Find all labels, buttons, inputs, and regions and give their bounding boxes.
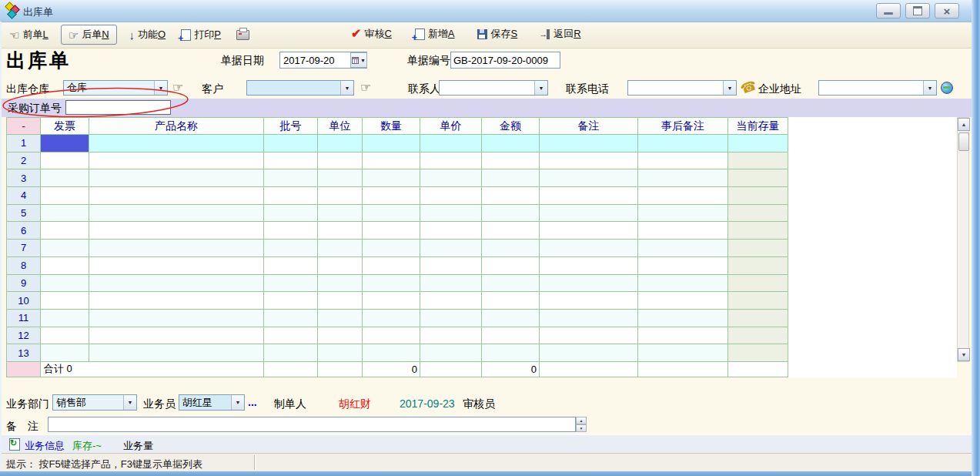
row-number[interactable]: 4 xyxy=(7,187,41,205)
calendar-dropdown-button[interactable]: ▼ xyxy=(350,52,367,68)
table-cell[interactable] xyxy=(540,153,638,170)
row-number[interactable]: 13 xyxy=(7,344,41,362)
chevron-down-icon[interactable]: ▼ xyxy=(534,81,547,95)
table-cell[interactable] xyxy=(89,275,264,293)
restore-button[interactable] xyxy=(905,3,930,18)
table-cell[interactable] xyxy=(638,135,728,153)
table-cell[interactable] xyxy=(318,187,363,205)
table-cell[interactable] xyxy=(89,205,264,223)
table-cell[interactable] xyxy=(728,257,788,275)
chevron-down-icon[interactable]: ▼ xyxy=(923,81,936,95)
print-button[interactable]: 打印P xyxy=(178,25,224,44)
printer-quick-button[interactable] xyxy=(233,28,253,42)
table-cell[interactable] xyxy=(318,310,363,327)
stock-link[interactable]: 库存-~ xyxy=(72,439,102,453)
table-cell[interactable] xyxy=(264,169,318,187)
table-cell[interactable] xyxy=(638,275,728,293)
table-cell[interactable] xyxy=(89,135,264,153)
scroll-up-icon[interactable]: ▲ xyxy=(958,118,970,131)
table-cell[interactable] xyxy=(420,153,482,170)
table-cell[interactable] xyxy=(638,292,728,310)
table-cell[interactable] xyxy=(89,292,264,310)
table-cell[interactable] xyxy=(41,292,89,310)
table-cell[interactable] xyxy=(482,292,540,310)
table-cell[interactable] xyxy=(420,187,482,205)
table-cell[interactable] xyxy=(728,205,788,223)
table-cell[interactable] xyxy=(540,205,638,223)
row-number[interactable]: 5 xyxy=(7,205,41,223)
business-volume-link[interactable]: 业务量 xyxy=(123,439,153,453)
table-cell[interactable] xyxy=(363,310,420,327)
next-doc-button[interactable]: ☞ 后单N xyxy=(61,25,117,45)
table-cell[interactable] xyxy=(89,344,264,362)
table-cell[interactable] xyxy=(264,222,318,240)
prev-doc-button[interactable]: ☜ 前单L xyxy=(6,25,52,44)
table-cell[interactable] xyxy=(89,257,264,275)
table-cell[interactable] xyxy=(420,344,482,362)
table-cell[interactable] xyxy=(728,135,788,153)
table-cell[interactable] xyxy=(264,240,318,257)
table-cell[interactable] xyxy=(41,205,89,223)
table-cell[interactable] xyxy=(363,240,420,257)
table-cell[interactable] xyxy=(41,240,89,257)
table-cell[interactable] xyxy=(482,153,540,170)
chevron-down-icon[interactable]: ▼ xyxy=(123,395,136,410)
table-cell[interactable] xyxy=(41,222,89,240)
table-cell[interactable] xyxy=(728,344,788,362)
table-cell[interactable] xyxy=(363,135,420,153)
table-cell[interactable] xyxy=(318,257,363,275)
customer-select[interactable]: ▼ xyxy=(246,80,354,96)
row-number[interactable]: 7 xyxy=(7,240,41,257)
add-new-button[interactable]: 新增A xyxy=(412,25,458,43)
table-cell[interactable] xyxy=(540,327,638,345)
table-cell[interactable] xyxy=(318,222,363,240)
doc-number-input[interactable] xyxy=(450,52,560,69)
remark-spinner[interactable]: ▲ ▼ xyxy=(576,417,587,432)
table-cell[interactable] xyxy=(638,310,728,327)
table-cell[interactable] xyxy=(638,153,728,170)
table-cell[interactable] xyxy=(540,292,638,310)
table-cell[interactable] xyxy=(264,205,318,223)
table-cell[interactable] xyxy=(264,292,318,310)
table-cell[interactable] xyxy=(264,310,318,327)
table-cell[interactable] xyxy=(363,205,420,223)
table-cell[interactable] xyxy=(41,310,89,327)
table-cell[interactable] xyxy=(264,327,318,345)
table-cell[interactable] xyxy=(363,222,420,240)
table-cell[interactable] xyxy=(540,275,638,293)
close-button[interactable]: × xyxy=(935,3,959,18)
row-number[interactable]: 1 xyxy=(7,135,41,153)
more-button[interactable]: ... xyxy=(248,396,257,408)
table-cell[interactable] xyxy=(41,327,89,345)
address-select[interactable]: ▼ xyxy=(818,80,937,96)
row-number[interactable]: 2 xyxy=(7,153,41,170)
chevron-down-icon[interactable]: ▼ xyxy=(231,395,244,410)
table-cell[interactable] xyxy=(482,240,540,257)
chevron-down-icon[interactable]: ▼ xyxy=(723,81,736,95)
vertical-scrollbar[interactable]: ▲ ▼ xyxy=(957,117,969,362)
row-number[interactable]: 11 xyxy=(7,310,41,327)
spinner-up-icon[interactable]: ▲ xyxy=(576,417,587,424)
chevron-down-icon[interactable]: ▼ xyxy=(154,81,167,95)
table-cell[interactable] xyxy=(728,222,788,240)
table-cell[interactable] xyxy=(728,153,788,170)
table-cell[interactable] xyxy=(363,153,420,170)
table-cell[interactable] xyxy=(420,169,482,187)
table-cell[interactable] xyxy=(264,257,318,275)
audit-button[interactable]: ✔ 审核C xyxy=(348,25,395,43)
business-info-icon[interactable] xyxy=(9,438,20,451)
row-number[interactable]: 3 xyxy=(7,169,41,187)
table-cell[interactable] xyxy=(89,310,264,327)
table-cell[interactable] xyxy=(540,169,638,187)
table-cell[interactable] xyxy=(540,310,638,327)
table-cell[interactable] xyxy=(318,327,363,345)
table-cell[interactable] xyxy=(264,187,318,205)
return-button[interactable]: 返回R xyxy=(537,25,584,43)
table-cell[interactable] xyxy=(420,205,482,223)
table-cell[interactable] xyxy=(420,135,482,153)
table-cell[interactable] xyxy=(638,205,728,223)
table-cell[interactable] xyxy=(363,275,420,293)
chevron-down-icon[interactable]: ▼ xyxy=(340,81,353,95)
spinner-down-icon[interactable]: ▼ xyxy=(576,424,587,432)
table-cell[interactable] xyxy=(482,310,540,327)
